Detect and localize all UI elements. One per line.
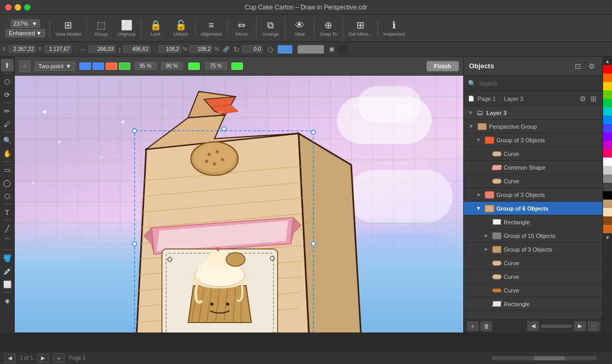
layer-expand-button[interactable]: ⊞ — [589, 94, 598, 103]
zoom-tool[interactable]: 🔍 — [1, 134, 14, 147]
select-tool[interactable]: ⬆ — [1, 59, 14, 71]
scroll-right-button[interactable]: ▶ — [574, 321, 586, 331]
tree-item-rectangle-2[interactable]: ▶ Rectangle — [464, 297, 603, 311]
tree-item-group3-2[interactable]: ▶ Group of 3 Objects — [464, 188, 603, 202]
palette-color-white[interactable] — [603, 158, 612, 166]
rectangle-tool[interactable]: ▭ — [1, 163, 14, 176]
rotation-input[interactable] — [242, 45, 263, 53]
eyedropper-tool[interactable]: 💉 — [1, 265, 14, 277]
polygon-tool[interactable]: ⬡ — [1, 190, 14, 202]
line-tool[interactable]: ╱ — [1, 222, 14, 235]
carton-svg: → — [57, 86, 383, 332]
horizontal-scrollbar[interactable] — [541, 325, 572, 328]
width-input[interactable] — [88, 45, 116, 53]
panel-expand-button[interactable]: ⊡ — [572, 60, 584, 72]
connector-tool[interactable]: ⌒ — [1, 235, 14, 248]
lock-button[interactable]: 🔒 Lock — [144, 16, 168, 40]
enhanced-button[interactable]: Enhanced ▼ — [5, 29, 45, 37]
pan-tool[interactable]: ✋ — [1, 147, 14, 160]
tree-item-group3-1[interactable]: ▶ Group of 3 Objects — [464, 133, 603, 147]
palette-color-darkgray[interactable] — [603, 183, 612, 191]
palette-color-cyan[interactable] — [603, 107, 612, 116]
transform-tool[interactable]: ⟳ — [1, 88, 14, 101]
page-next-button[interactable]: ▶ — [37, 353, 49, 363]
canvas-area[interactable]: ⊹ Two-point ▼ Finish — [15, 57, 463, 332]
drawing-canvas[interactable]: ✦ ✦ ✦ ✦ ✦ ✦ → — [15, 76, 463, 332]
tree-item-curve-2[interactable]: ▶ Curve — [464, 174, 603, 188]
text-tool[interactable]: T — [1, 206, 14, 219]
mirror-button[interactable]: ⇔ Mirror — [230, 16, 254, 40]
finish-button[interactable]: Finish — [426, 61, 459, 71]
palette-color-lightgray[interactable] — [603, 166, 612, 174]
palette-color-blue[interactable] — [603, 116, 612, 124]
ungroup-button[interactable]: ⬜ Ungroup — [114, 16, 139, 40]
view-modes-button[interactable]: ⊞ View Modes — [52, 16, 84, 40]
scale-w-input[interactable] — [158, 45, 181, 53]
palette-color-orange[interactable] — [603, 74, 612, 82]
ellipse-tool[interactable]: ◯ — [1, 176, 14, 189]
arrange-button[interactable]: ⧉ Arrange — [259, 16, 283, 40]
palette-scroll-down[interactable]: ▼ — [603, 233, 612, 242]
perspective-mode-dropdown[interactable]: Two-point ▼ — [35, 61, 75, 71]
panel-settings-button[interactable]: ⚙ — [586, 60, 597, 72]
tree-item-group6[interactable]: ▶ Group of 6 Objects — [464, 202, 603, 215]
opacity-1-input[interactable] — [135, 62, 157, 70]
tree-item-curve-3[interactable]: ▶ Curve — [464, 256, 603, 270]
palette-color-brown[interactable] — [603, 216, 612, 225]
y-input[interactable] — [44, 45, 72, 53]
pen-tool[interactable]: 🖊 — [1, 118, 14, 130]
maximize-button[interactable] — [24, 4, 30, 11]
palette-color-yellow[interactable] — [603, 82, 612, 90]
scale-h-input[interactable] — [189, 45, 212, 53]
add-page-button[interactable]: + — [53, 353, 65, 363]
close-button[interactable] — [5, 4, 12, 11]
minimize-button[interactable] — [15, 4, 21, 11]
palette-color-blue2[interactable] — [603, 124, 612, 132]
more-options-button[interactable]: ⋯ — [588, 321, 599, 331]
add-layer-button[interactable]: + — [467, 321, 478, 331]
get-more-button[interactable]: ⊞ Get More... — [345, 16, 375, 40]
shadow-tool[interactable]: ◈ — [1, 294, 14, 307]
tree-item-group15[interactable]: ▶ Group of 15 Objects — [464, 229, 603, 243]
palette-color-violet[interactable] — [603, 132, 612, 141]
zoom-dropdown[interactable]: 237% ▼ — [11, 19, 40, 28]
tree-item-common-shape[interactable]: ▶ Common Shape — [464, 161, 603, 174]
x-input[interactable] — [8, 45, 36, 53]
snap-to-button[interactable]: ⊕ Snap To — [317, 16, 341, 40]
opacity-3-input[interactable] — [205, 62, 227, 70]
layer-settings-button[interactable]: ⚙ — [578, 94, 587, 103]
tree-item-perspective-group[interactable]: ▶ Perspective Group — [464, 120, 603, 133]
eraser-tool[interactable]: ⬜ — [1, 278, 14, 290]
palette-color-tan[interactable] — [603, 200, 612, 208]
scroll-left-button[interactable]: ◀ — [527, 321, 539, 331]
freehand-tool[interactable]: ✏ — [1, 105, 14, 117]
alignment-button[interactable]: ≡ Alignment — [198, 16, 225, 40]
height-input[interactable] — [123, 45, 150, 53]
group-button[interactable]: ⬚ Group — [89, 16, 113, 40]
tree-item-curve-1[interactable]: ▶ Curve — [464, 147, 603, 161]
palette-scroll-up[interactable]: ▲ — [603, 57, 612, 65]
search-input[interactable] — [479, 80, 598, 87]
fill-tool[interactable]: 🪣 — [1, 252, 14, 264]
palette-color-black[interactable] — [603, 191, 612, 200]
node-tool[interactable]: ⬡ — [1, 75, 14, 88]
view-button[interactable]: 👁 View — [288, 16, 312, 40]
palette-color-chocolate[interactable] — [603, 225, 612, 233]
palette-color-magenta[interactable] — [603, 141, 612, 149]
palette-color-gray[interactable] — [603, 174, 612, 183]
opacity-2-input[interactable] — [161, 62, 183, 70]
tree-item-curve-5[interactable]: ▶ Curve — [464, 284, 603, 297]
palette-color-wheat[interactable] — [603, 208, 612, 216]
palette-color-green[interactable] — [603, 90, 612, 99]
tree-item-rectangle-1[interactable]: ▶ Rectangle — [464, 215, 603, 229]
palette-color-green2[interactable] — [603, 99, 612, 107]
tree-item-curve-4[interactable]: ▶ Curve — [464, 270, 603, 284]
palette-color-pink[interactable] — [603, 149, 612, 158]
page-prev-button[interactable]: ◀ — [4, 353, 16, 363]
tree-item-group3-3[interactable]: ▶ Group of 3 Objects — [464, 243, 603, 256]
unlock-button[interactable]: 🔓 Unlock — [169, 16, 193, 40]
palette-color-red[interactable] — [603, 65, 612, 74]
horizontal-scroll-thumb[interactable] — [534, 356, 565, 360]
delete-layer-button[interactable]: 🗑 — [481, 321, 492, 331]
inspectors-button[interactable]: ℹ Inspectors — [380, 16, 409, 40]
